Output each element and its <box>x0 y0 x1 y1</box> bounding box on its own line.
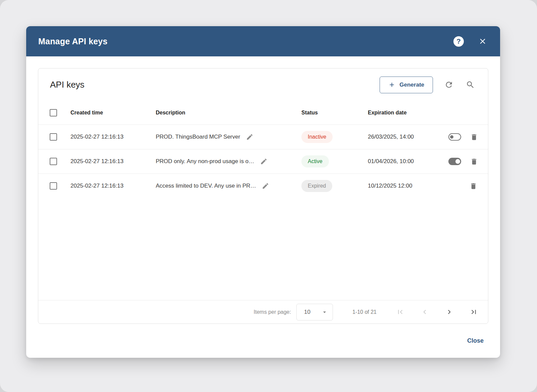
help-glyph: ? <box>456 37 461 45</box>
plus-icon <box>388 81 395 88</box>
description-text: PROD only. Any non-prod usage is o… <box>156 158 254 165</box>
edit-pencil-icon[interactable] <box>260 157 268 165</box>
table-row: 2025-02-27 12:16:13 Access limited to DE… <box>38 174 488 198</box>
description-cell: PROD only. Any non-prod usage is o… <box>156 157 301 165</box>
row-checkbox[interactable] <box>50 133 57 141</box>
expiration-date-cell: 01/04/2026, 10:00 <box>368 158 448 165</box>
dialog-footer: Close <box>26 324 500 358</box>
items-per-page-value: 10 <box>304 309 310 315</box>
created-time-cell: 2025-02-27 12:16:13 <box>70 134 156 140</box>
delete-trash-icon[interactable] <box>469 182 477 190</box>
api-keys-card: API keys Generate <box>38 68 488 324</box>
previous-page-icon[interactable] <box>421 308 429 316</box>
row-checkbox[interactable] <box>50 182 57 190</box>
generate-button-label: Generate <box>399 82 424 88</box>
items-per-page-select[interactable]: 10 <box>296 304 333 321</box>
card-title: API keys <box>50 80 85 90</box>
select-all-checkbox[interactable] <box>50 109 57 116</box>
items-per-page-label: Items per page: <box>254 309 291 315</box>
dialog-header-actions: ? <box>453 36 487 47</box>
card-toolbar: API keys Generate <box>38 68 488 101</box>
app-background: Manage API keys ? API keys <box>0 0 537 392</box>
status-badge: Expired <box>301 180 332 192</box>
manage-api-keys-dialog: Manage API keys ? API keys <box>26 26 500 358</box>
enable-toggle[interactable] <box>448 158 461 165</box>
table-row: 2025-02-27 12:16:13 PROD only. Any non-p… <box>38 149 488 174</box>
page-range-label: 1-10 of 21 <box>352 309 377 315</box>
close-icon[interactable] <box>478 37 487 46</box>
select-all-cell <box>38 109 70 116</box>
status-badge: Active <box>301 155 329 167</box>
pager-buttons <box>396 308 478 316</box>
description-cell: Access limited to DEV. Any use in PR… <box>156 182 301 190</box>
column-status: Status <box>301 110 368 116</box>
delete-trash-icon[interactable] <box>470 157 478 165</box>
generate-button[interactable]: Generate <box>380 77 433 93</box>
next-page-icon[interactable] <box>445 308 453 316</box>
description-text: Access limited to DEV. Any use in PR… <box>156 183 256 189</box>
table-header-row: Created time Description Status Expirati… <box>38 101 488 125</box>
toolbar-actions: Generate <box>380 77 476 93</box>
first-page-icon[interactable] <box>396 308 404 316</box>
expiration-date-cell: 10/12/2025 12:00 <box>368 183 448 189</box>
delete-trash-icon[interactable] <box>470 133 478 141</box>
row-actions <box>448 182 488 190</box>
edit-pencil-icon[interactable] <box>246 133 254 141</box>
column-description: Description <box>156 110 301 116</box>
row-actions <box>448 133 488 141</box>
search-icon[interactable] <box>465 79 476 91</box>
row-checkbox[interactable] <box>50 158 57 165</box>
edit-pencil-icon[interactable] <box>261 182 270 190</box>
refresh-icon[interactable] <box>443 79 454 91</box>
column-created-time: Created time <box>70 110 156 116</box>
dialog-title: Manage API keys <box>38 37 107 46</box>
dialog-body: API keys Generate <box>26 56 500 324</box>
table-empty-area <box>38 198 488 300</box>
row-actions <box>448 157 488 165</box>
created-time-cell: 2025-02-27 12:16:13 <box>70 158 156 165</box>
column-expiration-date: Expiration date <box>368 110 448 116</box>
last-page-icon[interactable] <box>470 308 478 316</box>
close-button[interactable]: Close <box>467 337 484 344</box>
chevron-down-icon <box>321 309 328 315</box>
enable-toggle[interactable] <box>448 133 461 141</box>
dialog-header: Manage API keys ? <box>26 26 500 56</box>
description-cell: PROD. ThingsBoard MCP Server <box>156 133 301 141</box>
created-time-cell: 2025-02-27 12:16:13 <box>70 183 156 189</box>
paginator: Items per page: 10 1-10 of 21 <box>38 300 488 324</box>
help-icon[interactable]: ? <box>453 36 464 47</box>
status-badge: Inactive <box>301 131 333 143</box>
description-text: PROD. ThingsBoard MCP Server <box>156 134 240 140</box>
table-row: 2025-02-27 12:16:13 PROD. ThingsBoard MC… <box>38 125 488 149</box>
expiration-date-cell: 26/03/2025, 14:00 <box>368 134 448 140</box>
